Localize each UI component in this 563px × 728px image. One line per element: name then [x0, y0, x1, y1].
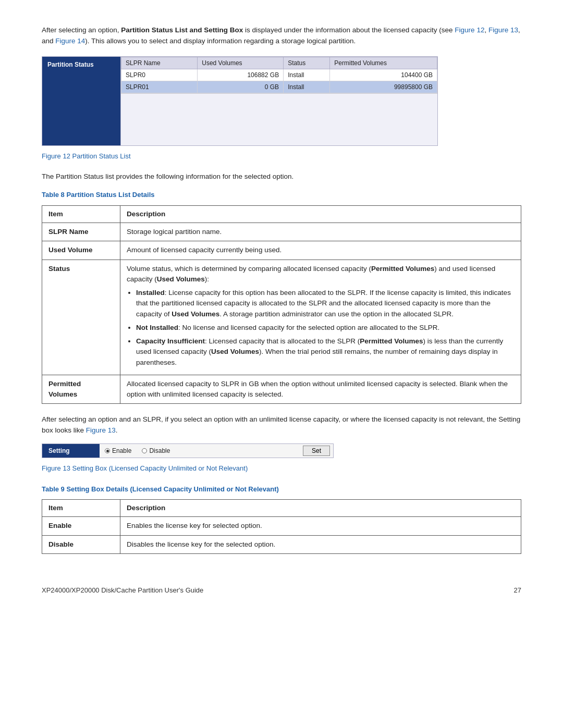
status-cell: Install — [284, 69, 330, 81]
desc-disable: Disables the license key for the selecte… — [120, 535, 521, 553]
body-para2-text2: . — [116, 426, 118, 434]
slpr-name-cell: SLPR01 — [121, 81, 198, 93]
body-para-1: The Partition Status list provides the f… — [42, 171, 521, 182]
col-used-volumes: Used Volumes — [198, 57, 284, 69]
intro-text3: , — [484, 26, 488, 34]
desc-slpr-name: Storage logical partition name. — [120, 223, 521, 241]
table9-col-description: Description — [120, 500, 521, 517]
setting-ui: Setting Enable Disable Set — [42, 443, 334, 458]
page-footer: XP24000/XP20000 Disk/Cache Partition Use… — [42, 585, 521, 596]
intro-paragraph: After selecting an option, Partition Sta… — [42, 25, 521, 47]
table8-col-description: Description — [120, 205, 521, 223]
figure13-link-intro[interactable]: Figure 13 — [488, 26, 518, 34]
desc-enable: Enables the license key for selected opt… — [120, 517, 521, 535]
desc-status: Volume status, which is determined by co… — [120, 260, 521, 375]
partition-status-label: Partition Status — [42, 57, 120, 145]
table8-col-item: Item — [42, 205, 120, 223]
col-slpr-name: SLPR Name — [121, 57, 198, 69]
desc-used-volume: Amount of licensed capacity currently be… — [120, 241, 521, 260]
figure13-link-body[interactable]: Figure 13 — [86, 426, 116, 434]
desc-permitted-volumes: Allocated licensed capacity to SLPR in G… — [120, 375, 521, 404]
status-cell: Install — [284, 81, 330, 93]
enable-radio[interactable] — [105, 448, 110, 453]
bullet-installed: Installed: License capacity for this opt… — [136, 288, 515, 319]
used-volumes-bold2: Used Volumes — [211, 348, 259, 355]
table-row: Enable Enables the license key for selec… — [42, 517, 521, 535]
partition-table: SLPR Name Used Volumes Status Permitted … — [121, 57, 437, 93]
slpr-name-cell: SLPR0 — [121, 69, 198, 81]
table-row: PermittedVolumes Allocated licensed capa… — [42, 375, 521, 404]
intro-text2: is displayed under the information about… — [243, 26, 455, 34]
setting-label: Setting — [42, 444, 100, 458]
table9-heading: Table 9 Setting Box Details (Licensed Ca… — [42, 484, 521, 495]
partition-table-empty-area — [121, 93, 437, 145]
bullet-not-installed: Not Installed: No license and licensed c… — [136, 323, 515, 333]
bullet-capacity-insufficient: Capacity Insufficient: Licensed capacity… — [136, 336, 515, 368]
disable-radio[interactable] — [142, 448, 147, 453]
table8: Item Description SLPR Name Storage logic… — [42, 205, 521, 404]
table-row: Status Volume status, which is determine… — [42, 260, 521, 375]
intro-text5: ). This allows you to select and display… — [85, 37, 356, 45]
figure13-caption: Figure 13 Setting Box (Licensed Capacity… — [42, 463, 521, 474]
item-enable: Enable — [42, 517, 120, 535]
partition-status-ui: Partition Status SLPR Name Used Volumes … — [42, 56, 438, 146]
enable-option[interactable]: Enable — [105, 446, 131, 455]
partition-status-table-area: SLPR Name Used Volumes Status Permitted … — [120, 57, 437, 145]
permitted-volumes-bold2: Permitted Volumes — [360, 337, 423, 345]
intro-text1: After selecting an option, — [42, 26, 121, 34]
status-desc-intro: Volume status, which is determined by co… — [127, 265, 495, 283]
table9: Item Description Enable Enables the lice… — [42, 499, 521, 554]
intro-bold1: Partition Status List and Setting Box — [121, 26, 243, 34]
status-bullets: Installed: License capacity for this opt… — [127, 288, 515, 368]
table9-col-item: Item — [42, 500, 120, 517]
item-status: Status — [42, 260, 120, 375]
enable-label: Enable — [112, 446, 131, 455]
figure14-link[interactable]: Figure 14 — [55, 37, 85, 45]
table-row: SLPR Name Storage logical partition name… — [42, 223, 521, 241]
item-used-volume: Used Volume — [42, 241, 120, 260]
permitted-volumes-cell: 104400 GB — [330, 69, 437, 81]
table-row: Disable Disables the license key for the… — [42, 535, 521, 553]
disable-label: Disable — [149, 446, 170, 455]
item-permitted-volumes: PermittedVolumes — [42, 375, 120, 404]
footer-title: XP24000/XP20000 Disk/Cache Partition Use… — [42, 585, 203, 596]
figure12-caption: Figure 12 Partition Status List — [42, 151, 521, 162]
item-slpr-name: SLPR Name — [42, 223, 120, 241]
status-bold-used: Used Volumes — [157, 275, 205, 283]
used-volumes-cell: 0 GB — [198, 81, 284, 93]
installed-bold: Installed — [136, 289, 165, 297]
set-button[interactable]: Set — [303, 446, 330, 456]
item-disable: Disable — [42, 535, 120, 553]
table-row[interactable]: SLPR0 106882 GB Install 104400 GB — [121, 69, 437, 81]
table8-heading: Table 8 Partition Status List Details — [42, 190, 521, 200]
col-permitted-volumes: Permitted Volumes — [330, 57, 437, 69]
col-status: Status — [284, 57, 330, 69]
used-volumes-cell: 106882 GB — [198, 69, 284, 81]
table-row[interactable]: SLPR01 0 GB Install 99895800 GB — [121, 81, 437, 93]
table-row: Used Volume Amount of licensed capacity … — [42, 241, 521, 260]
figure12-link[interactable]: Figure 12 — [455, 26, 484, 34]
body-para-2: After selecting an option and an SLPR, i… — [42, 414, 521, 436]
not-installed-bold: Not Installed — [136, 324, 178, 331]
status-bold-permitted: Permitted Volumes — [371, 265, 434, 273]
capacity-insufficient-bold: Capacity Insufficient — [136, 337, 205, 345]
setting-options: Enable Disable — [100, 444, 303, 458]
disable-option[interactable]: Disable — [142, 446, 170, 455]
footer-page: 27 — [514, 585, 521, 596]
permitted-volumes-cell: 99895800 GB — [330, 81, 437, 93]
used-volumes-bold: Used Volumes — [172, 310, 219, 318]
